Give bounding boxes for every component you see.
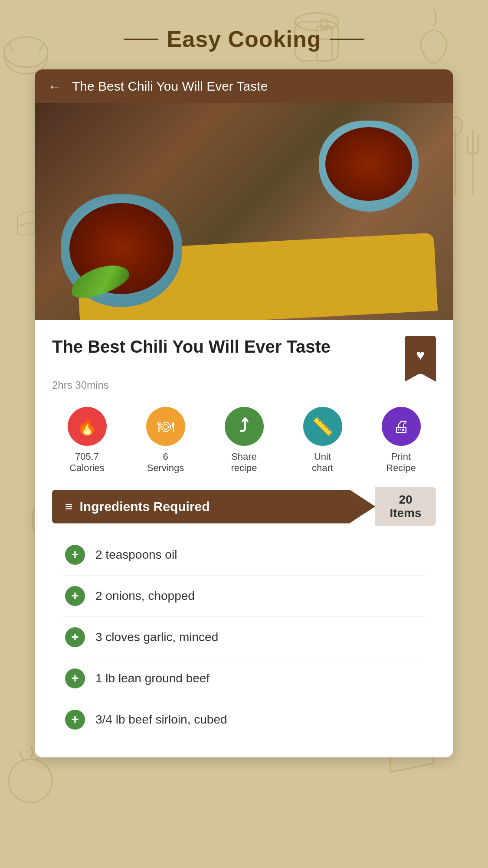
recipe-title-row: The Best Chili You Will Ever Taste ♥ bbox=[52, 336, 436, 374]
ingredient-list: + 2 teaspoons oil + 2 onions, chopped + … bbox=[52, 530, 436, 744]
page-wrapper: Easy Cooking ← The Best Chili You Will E… bbox=[0, 0, 488, 783]
calories-label: 705.7 Calories bbox=[69, 451, 105, 474]
ruler-icon: 📏 bbox=[312, 418, 334, 435]
ingredient-text-1: 2 teaspoons oil bbox=[95, 548, 177, 562]
recipe-nav-title: The Best Chili You Will Ever Taste bbox=[72, 79, 268, 94]
heart-icon: ♥ bbox=[416, 347, 425, 362]
ingredients-left-section: ≡ Ingredients Required bbox=[52, 490, 375, 524]
action-print[interactable]: 🖨 Print Recipe bbox=[366, 407, 436, 474]
ingredient-text-4: 1 lb lean ground beef bbox=[95, 671, 210, 685]
print-circle: 🖨 bbox=[382, 407, 421, 446]
action-unit-chart[interactable]: 📏 Unit chart bbox=[288, 407, 357, 474]
servings-label: 6 Servings bbox=[147, 451, 184, 474]
plus-icon: + bbox=[71, 671, 79, 685]
share-circle: ⤴ bbox=[225, 407, 264, 446]
ingredients-count-section: 20 Items bbox=[375, 487, 436, 526]
ingredient-item: + 3/4 lb beef sirloin, cubed bbox=[61, 699, 427, 740]
share-label: Share recipe bbox=[231, 451, 257, 474]
bowl-secondary bbox=[319, 121, 419, 212]
recipe-nav-bar: ← The Best Chili You Will Ever Taste bbox=[35, 69, 453, 103]
header-line-right bbox=[330, 39, 364, 40]
favorite-bookmark[interactable]: ♥ bbox=[405, 336, 436, 374]
recipe-card: ← The Best Chili You Will Ever Taste The… bbox=[35, 69, 453, 757]
print-label: Print Recipe bbox=[386, 451, 416, 474]
dish-icon: 🍽 bbox=[157, 418, 174, 435]
recipe-hero-image bbox=[35, 103, 453, 320]
ingredients-title: Ingredients Required bbox=[80, 499, 210, 514]
ingredient-text-3: 3 cloves garlic, minced bbox=[95, 630, 218, 644]
action-share[interactable]: ⤴ Share recipe bbox=[209, 407, 279, 474]
add-ingredient-3[interactable]: + bbox=[65, 627, 85, 647]
ingredient-text-5: 3/4 lb beef sirloin, cubed bbox=[95, 713, 227, 727]
ingredient-item: + 3 cloves garlic, minced bbox=[61, 617, 427, 658]
recipe-main-title: The Best Chili You Will Ever Taste bbox=[52, 336, 331, 357]
action-servings[interactable]: 🍽 6 Servings bbox=[131, 407, 200, 474]
action-calories[interactable]: 🔥 705.7 Calories bbox=[52, 407, 122, 474]
flame-icon: 🔥 bbox=[77, 418, 97, 435]
plus-icon: + bbox=[71, 589, 79, 602]
app-header: Easy Cooking bbox=[35, 26, 453, 52]
add-ingredient-2[interactable]: + bbox=[65, 586, 85, 606]
ingredient-item: + 2 teaspoons oil bbox=[61, 534, 427, 576]
unit-chart-label: Unit chart bbox=[312, 451, 333, 474]
app-title: Easy Cooking bbox=[167, 26, 321, 52]
servings-circle: 🍽 bbox=[146, 407, 185, 446]
unit-chart-circle: 📏 bbox=[303, 407, 342, 446]
recipe-time: 2hrs 30mins bbox=[52, 379, 436, 391]
recipe-info-section: The Best Chili You Will Ever Taste ♥ 2hr… bbox=[35, 320, 453, 757]
plus-icon: + bbox=[71, 630, 79, 643]
add-ingredient-4[interactable]: + bbox=[65, 668, 85, 688]
add-ingredient-1[interactable]: + bbox=[65, 545, 85, 565]
share-icon: ⤴ bbox=[239, 417, 249, 436]
plus-icon: + bbox=[71, 713, 79, 726]
list-icon: ≡ bbox=[65, 499, 73, 514]
header-line-left bbox=[124, 39, 158, 40]
back-button[interactable]: ← bbox=[48, 79, 62, 93]
chili-image bbox=[35, 103, 453, 320]
ingredient-item: + 1 lb lean ground beef bbox=[61, 658, 427, 699]
calories-circle: 🔥 bbox=[68, 407, 107, 446]
ingredients-header: ≡ Ingredients Required 20 Items bbox=[52, 487, 436, 526]
ingredient-text-2: 2 onions, chopped bbox=[95, 589, 195, 603]
ingredient-item: + 2 onions, chopped bbox=[61, 576, 427, 617]
printer-icon: 🖨 bbox=[393, 418, 409, 435]
plus-icon: + bbox=[71, 548, 79, 561]
add-ingredient-5[interactable]: + bbox=[65, 710, 85, 730]
actions-row: 🔥 705.7 Calories 🍽 6 Servings bbox=[52, 407, 436, 474]
items-count: 20 Items bbox=[388, 493, 423, 520]
